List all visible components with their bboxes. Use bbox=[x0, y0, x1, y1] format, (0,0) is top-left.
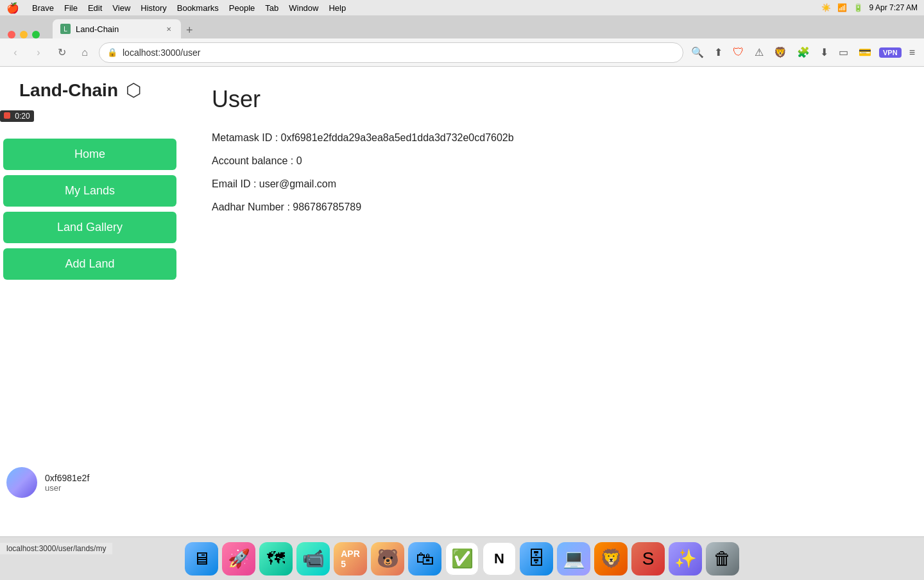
dock-trash[interactable]: 🗑 bbox=[706, 542, 739, 576]
brave-icon: 🦁 bbox=[600, 548, 622, 569]
ai-icon: ✨ bbox=[674, 548, 697, 569]
recording-dot bbox=[4, 112, 10, 119]
dock-bear[interactable]: 🐻 bbox=[371, 542, 404, 576]
dock-vscode[interactable]: 💻 bbox=[557, 542, 590, 576]
nav-item-land-gallery[interactable]: Land Gallery bbox=[3, 212, 176, 243]
menu-bar: 🍎 Brave File Edit View History Bookmarks… bbox=[0, 0, 924, 15]
menu-bar-items: Brave File Edit View History Bookmarks P… bbox=[32, 3, 346, 13]
active-tab[interactable]: L Land-Chain ✕ bbox=[53, 19, 181, 38]
home-button[interactable]: ⌂ bbox=[76, 44, 94, 62]
battery-icon: 🔋 bbox=[853, 3, 863, 12]
pg-icon: 🗄 bbox=[527, 548, 545, 569]
app-store-icon: 🛍 bbox=[416, 548, 434, 569]
dock-facetime[interactable]: 📹 bbox=[296, 542, 330, 576]
spark-icon: S bbox=[642, 549, 654, 569]
brightness-icon: ☀️ bbox=[821, 3, 831, 12]
dock-spark[interactable]: S bbox=[631, 542, 665, 576]
menu-history[interactable]: History bbox=[141, 3, 166, 13]
vpn-badge[interactable]: VPN bbox=[879, 47, 902, 58]
browser-toolbar-icons: 🔍 ⬆ 🛡 ⚠ 🦁 🧩 ⬇ ▭ 💳 VPN ≡ bbox=[689, 43, 918, 62]
profile-role: user bbox=[45, 483, 89, 493]
brave-search-icon[interactable]: 🔍 bbox=[689, 44, 706, 61]
dock-app-store[interactable]: 🛍 bbox=[408, 542, 441, 576]
menu-edit[interactable]: Edit bbox=[88, 3, 102, 13]
extension-icon-1[interactable]: 🦁 bbox=[771, 44, 789, 61]
browser-nav-bar: ‹ › ↻ ⌂ 🔒 🔍 ⬆ 🛡 ⚠ 🦁 🧩 ⬇ ▭ 💳 VPN ≡ bbox=[0, 38, 924, 67]
dock-notion[interactable]: N bbox=[483, 542, 516, 576]
extension-icon-2[interactable]: 🧩 bbox=[794, 44, 812, 61]
balance-value: 0 bbox=[296, 155, 302, 166]
reload-button[interactable]: ↻ bbox=[53, 44, 71, 62]
dock-ai[interactable]: ✨ bbox=[669, 542, 702, 576]
app-logo-text: Land-Chain bbox=[19, 80, 118, 101]
email-label: Email ID bbox=[212, 178, 250, 189]
status-url: localhost:3000/user/lands/my bbox=[6, 544, 106, 553]
app-logo-icon: ⬡ bbox=[126, 80, 141, 101]
back-button[interactable]: ‹ bbox=[6, 44, 24, 62]
nav-item-add-land[interactable]: Add Land bbox=[3, 248, 176, 280]
nav-add-land-label: Add Land bbox=[65, 257, 114, 271]
balance-row: Account balance : 0 bbox=[212, 155, 898, 167]
window-controls bbox=[5, 31, 42, 38]
menu-icon[interactable]: ≡ bbox=[907, 44, 918, 61]
minimize-window-button[interactable] bbox=[20, 31, 28, 38]
dock-brave[interactable]: 🦁 bbox=[594, 542, 628, 576]
forward-button[interactable]: › bbox=[30, 44, 47, 62]
menu-file[interactable]: File bbox=[64, 3, 78, 13]
metamask-separator: : bbox=[275, 132, 281, 143]
dock-calendar[interactable]: APR5 bbox=[334, 542, 367, 576]
sidebar: 0:20 Home My Lands Land Gallery Add Land bbox=[0, 110, 180, 289]
tab-close-button[interactable]: ✕ bbox=[164, 24, 173, 33]
aadhar-label: Aadhar Number bbox=[212, 201, 284, 212]
maximize-window-button[interactable] bbox=[32, 31, 40, 38]
nav-land-gallery-label: Land Gallery bbox=[57, 221, 123, 234]
menu-help[interactable]: Help bbox=[329, 3, 346, 13]
dock-reminders[interactable]: ✅ bbox=[445, 542, 479, 576]
email-value: user@gmail.com bbox=[259, 178, 336, 189]
dock-finder[interactable]: 🖥 bbox=[185, 542, 218, 576]
apple-menu[interactable]: 🍎 bbox=[6, 2, 19, 14]
nav-item-my-lands[interactable]: My Lands bbox=[3, 175, 176, 207]
share-icon[interactable]: ⬆ bbox=[712, 44, 725, 61]
launchpad-icon: 🚀 bbox=[228, 548, 250, 569]
address-bar[interactable] bbox=[123, 47, 675, 58]
wallet-icon[interactable]: 💳 bbox=[856, 44, 874, 61]
dock-pg[interactable]: 🗄 bbox=[520, 542, 553, 576]
dock: 🖥 🚀 🗺 📹 APR5 🐻 🛍 ✅ N 🗄 💻 🦁 S ✨ 🗑 bbox=[0, 536, 924, 580]
menu-view[interactable]: View bbox=[112, 3, 130, 13]
new-tab-button[interactable]: + bbox=[181, 24, 198, 37]
address-bar-container[interactable]: 🔒 bbox=[99, 42, 683, 63]
email-row: Email ID : user@gmail.com bbox=[212, 178, 898, 190]
brave-shield-icon[interactable]: 🛡 bbox=[730, 43, 747, 62]
reminders-icon: ✅ bbox=[451, 548, 474, 569]
tab-title: Land-Chain bbox=[76, 24, 119, 34]
metamask-row: Metamask ID : 0xf6981e2fdda29a3ea8a5ed1d… bbox=[212, 132, 898, 144]
menu-people[interactable]: People bbox=[229, 3, 255, 13]
menu-window[interactable]: Window bbox=[289, 3, 318, 13]
dock-launchpad[interactable]: 🚀 bbox=[222, 542, 255, 576]
user-info: Metamask ID : 0xf6981e2fdda29a3ea8a5ed1d… bbox=[212, 132, 898, 213]
dock-maps[interactable]: 🗺 bbox=[259, 542, 293, 576]
menu-bookmarks[interactable]: Bookmarks bbox=[177, 3, 219, 13]
notion-icon: N bbox=[494, 550, 504, 567]
sidebar-toggle[interactable]: ▭ bbox=[836, 44, 851, 61]
timer-display: 0:20 bbox=[15, 112, 30, 121]
aadhar-separator: : bbox=[287, 201, 293, 212]
nav-item-home[interactable]: Home bbox=[3, 139, 176, 170]
profile-avatar bbox=[6, 467, 37, 498]
menu-tab[interactable]: Tab bbox=[265, 3, 278, 13]
metamask-label: Metamask ID bbox=[212, 132, 272, 143]
menu-brave[interactable]: Brave bbox=[32, 3, 54, 13]
aadhar-row: Aadhar Number : 986786785789 bbox=[212, 201, 898, 213]
nav-home-label: Home bbox=[74, 148, 105, 161]
calendar-icon: APR5 bbox=[341, 549, 360, 569]
status-bar: localhost:3000/user/lands/my bbox=[0, 543, 112, 554]
trash-icon: 🗑 bbox=[714, 548, 732, 569]
download-icon[interactable]: ⬇ bbox=[817, 44, 831, 61]
balance-separator: : bbox=[291, 155, 296, 166]
app-header: Land-Chain ⬡ bbox=[0, 67, 186, 110]
finder-icon: 🖥 bbox=[193, 548, 210, 569]
close-window-button[interactable] bbox=[8, 31, 15, 38]
alert-icon[interactable]: ⚠ bbox=[752, 44, 766, 61]
main-content: User Metamask ID : 0xf6981e2fdda29a3ea8a… bbox=[186, 67, 924, 289]
